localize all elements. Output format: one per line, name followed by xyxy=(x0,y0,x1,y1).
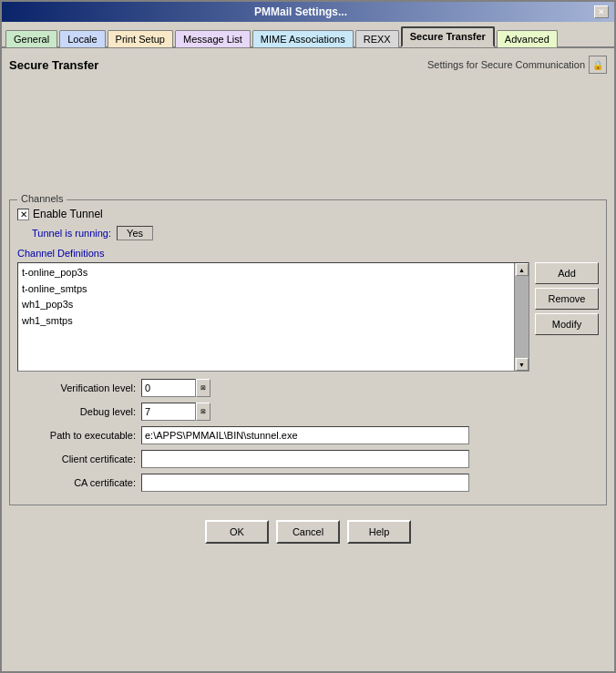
tab-mime-associations[interactable]: MIME Associations xyxy=(252,30,354,47)
ok-button[interactable]: OK xyxy=(205,520,269,544)
page-header: Secure Transfer Settings for Secure Comm… xyxy=(9,56,607,74)
debug-input[interactable] xyxy=(141,403,196,421)
tab-secure-transfer[interactable]: Secure Transfer xyxy=(401,26,495,47)
secure-icon: 🔒 xyxy=(589,56,607,74)
tab-general[interactable]: General xyxy=(5,30,57,47)
tunnel-status-value: Yes xyxy=(117,226,153,240)
client-cert-label: Client certificate: xyxy=(17,454,136,464)
scrollbar[interactable]: ▲ ▼ xyxy=(514,263,529,371)
path-row: Path to executable: xyxy=(17,426,599,444)
page-subtitle: Settings for Secure Communication xyxy=(427,59,585,70)
tunnel-status-row: Tunnel is running: Yes xyxy=(17,226,599,240)
tunnel-status-label: Tunnel is running: xyxy=(32,228,111,239)
bottom-buttons: OK Cancel Help xyxy=(9,513,607,547)
channel-list-row: t-online_pop3s t-online_smtps wh1_pop3s … xyxy=(17,262,599,372)
debug-row: Debug level: ⊠ xyxy=(17,403,599,421)
cancel-button[interactable]: Cancel xyxy=(276,520,340,544)
enable-tunnel-row: ✕ Enable Tunnel xyxy=(17,208,599,220)
modify-button[interactable]: Modify xyxy=(535,313,599,335)
channel-defs-label: Channel Definitions xyxy=(17,248,599,259)
ca-cert-label: CA certificate: xyxy=(17,477,136,488)
client-cert-input[interactable] xyxy=(141,450,469,468)
verification-label: Verification level: xyxy=(17,382,136,393)
verification-input[interactable] xyxy=(141,379,196,397)
path-input[interactable] xyxy=(141,426,469,444)
list-item[interactable]: wh1_pop3s xyxy=(22,297,525,313)
page-title: Secure Transfer xyxy=(9,58,98,72)
channels-group-label: Channels xyxy=(17,193,67,204)
channel-buttons: Add Remove Modify xyxy=(535,262,599,372)
tabs-container: General Locale Print Setup Message List … xyxy=(2,22,614,48)
ca-cert-row: CA certificate: xyxy=(17,474,599,492)
main-window: PMMail Settings... ✕ General Locale Prin… xyxy=(0,0,616,673)
tab-print-setup[interactable]: Print Setup xyxy=(108,30,173,47)
debug-spinner[interactable]: ⊠ xyxy=(196,403,210,421)
window-title: PMMail Settings... xyxy=(7,5,594,18)
channels-group: Channels ✕ Enable Tunnel Tunnel is runni… xyxy=(9,199,607,505)
help-button[interactable]: Help xyxy=(347,520,411,544)
tab-advanced[interactable]: Advanced xyxy=(497,30,558,47)
content-area: Secure Transfer Settings for Secure Comm… xyxy=(2,48,614,671)
ca-cert-input[interactable] xyxy=(141,474,469,492)
scroll-up-arrow[interactable]: ▲ xyxy=(516,263,529,276)
channel-list-content: t-online_pop3s t-online_smtps wh1_pop3s … xyxy=(18,263,529,331)
empty-space xyxy=(9,81,607,199)
scroll-down-arrow[interactable]: ▼ xyxy=(516,358,529,371)
channel-listbox[interactable]: t-online_pop3s t-online_smtps wh1_pop3s … xyxy=(17,262,529,372)
tab-locale[interactable]: Locale xyxy=(59,30,105,47)
add-button[interactable]: Add xyxy=(535,262,599,284)
enable-tunnel-label: Enable Tunnel xyxy=(33,208,103,220)
scroll-track xyxy=(515,276,529,358)
tab-message-list[interactable]: Message List xyxy=(175,30,251,47)
verification-row: Verification level: ⊠ xyxy=(17,379,599,397)
list-item[interactable]: t-online_smtps xyxy=(22,281,525,298)
tab-rexx[interactable]: REXX xyxy=(355,30,399,47)
close-button[interactable]: ✕ xyxy=(594,5,609,18)
enable-tunnel-checkbox[interactable]: ✕ xyxy=(17,209,29,220)
list-item[interactable]: wh1_smtps xyxy=(22,313,525,330)
remove-button[interactable]: Remove xyxy=(535,288,599,310)
client-cert-row: Client certificate: xyxy=(17,450,599,468)
verification-spinner[interactable]: ⊠ xyxy=(196,379,210,397)
title-bar: PMMail Settings... ✕ xyxy=(2,2,614,22)
path-label: Path to executable: xyxy=(17,430,136,441)
title-bar-controls: ✕ xyxy=(594,5,609,18)
debug-label: Debug level: xyxy=(17,406,136,417)
list-item[interactable]: t-online_pop3s xyxy=(22,265,525,281)
